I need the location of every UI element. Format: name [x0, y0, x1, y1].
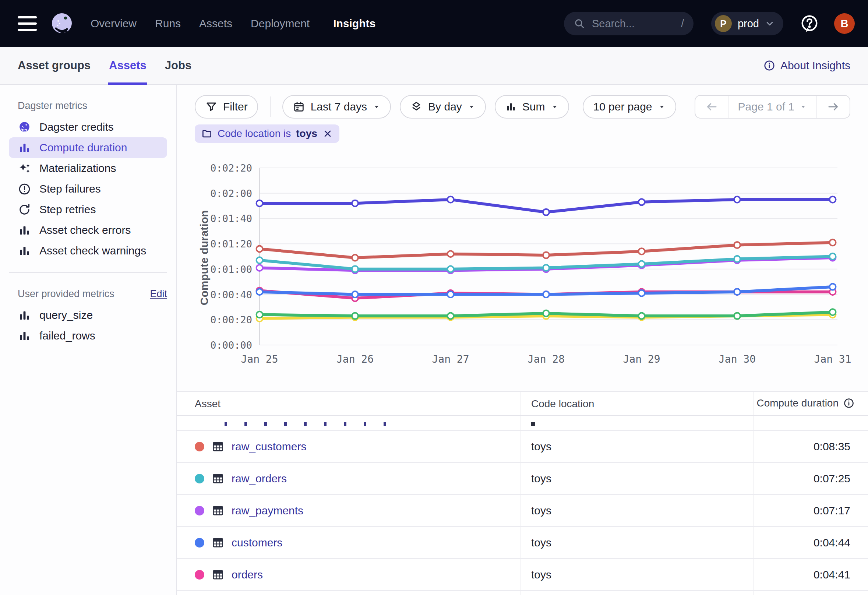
sidebar-item-step-retries[interactable]: Step retries	[9, 199, 167, 220]
asset-cell: raw_orders	[195, 463, 287, 494]
sidebar-section-title: User provided metricsEdit	[18, 288, 167, 300]
page-indicator[interactable]: Page 1 of 1	[728, 96, 816, 118]
filter-button[interactable]: Filter	[195, 95, 258, 118]
layers-icon	[410, 100, 422, 113]
about-insights-label: About Insights	[780, 59, 850, 72]
sidebar-divider	[9, 272, 167, 273]
nav-item-assets[interactable]: Assets	[199, 17, 232, 30]
about-insights-link[interactable]: About Insights	[763, 47, 850, 84]
caret-down-icon	[468, 103, 475, 111]
code-location-cell: toys	[531, 559, 551, 590]
search-input[interactable]: Search... /	[564, 12, 694, 35]
svg-text:0:00:20: 0:00:20	[210, 314, 252, 325]
svg-text:Jan 27: Jan 27	[432, 353, 469, 365]
help-icon[interactable]	[800, 13, 819, 34]
sidebar-item-compute-duration[interactable]: Compute duration	[9, 137, 167, 158]
series-color-dot	[195, 570, 204, 580]
asset-link-orders[interactable]: orders	[232, 568, 263, 581]
info-icon[interactable]	[843, 397, 855, 409]
svg-text:0:00:40: 0:00:40	[210, 289, 252, 300]
deployment-switcher[interactable]: P prod	[711, 12, 783, 35]
table-grid-icon	[212, 505, 224, 517]
table-grid-icon	[212, 536, 224, 549]
calendar-icon	[293, 100, 305, 113]
prev-page-button[interactable]	[695, 96, 728, 118]
compute-duration-cell: 0:04:41	[813, 559, 850, 590]
sparkles-icon	[18, 162, 31, 175]
sidebar-item-asset-check-errors[interactable]: Asset check errors	[9, 220, 167, 241]
nav-item-deployment[interactable]: Deployment	[251, 17, 310, 30]
sidebar-item-label: Materializations	[39, 162, 116, 174]
svg-text:0:01:20: 0:01:20	[210, 238, 252, 250]
code-location-cell: toys	[531, 527, 551, 558]
menu-icon[interactable]	[18, 16, 37, 31]
table-grid-icon	[212, 472, 224, 485]
per-page-value: 10 per page	[593, 100, 652, 113]
tab-jobs[interactable]: Jobs	[165, 47, 192, 84]
compute-duration-cell: 0:07:17	[813, 495, 850, 526]
tab-asset-groups[interactable]: Asset groups	[18, 47, 90, 84]
asset-link-raw-customers[interactable]: raw_customers	[232, 440, 306, 453]
close-icon[interactable]	[322, 128, 333, 139]
folder-icon	[201, 128, 213, 139]
dagster-logo-icon[interactable]	[49, 11, 74, 36]
code-location-filter-chip[interactable]: Code location istoys	[195, 124, 340, 143]
series-color-dot	[195, 538, 204, 548]
sidebar-item-query-size[interactable]: query_size	[9, 305, 167, 325]
compute-duration-cell: 0:07:25	[813, 463, 850, 494]
aggregation-dropdown[interactable]: Sum	[495, 95, 569, 118]
dagster-octopus-icon	[18, 120, 31, 134]
table-grid-icon	[212, 440, 224, 453]
time-range-value: Last 7 days	[311, 100, 367, 113]
chart-toolbar: Filter Last 7 days By day Sum	[195, 95, 569, 118]
group-by-dropdown[interactable]: By day	[400, 95, 486, 118]
time-range-dropdown[interactable]: Last 7 days	[282, 95, 391, 118]
asset-cell: raw_payments	[195, 495, 303, 526]
info-icon	[763, 59, 776, 72]
nav-item-runs[interactable]: Runs	[155, 17, 181, 30]
svg-text:0:01:40: 0:01:40	[210, 213, 252, 224]
edit-metrics-link[interactable]: Edit	[150, 288, 167, 300]
table-header: Asset Code location Compute duration	[177, 392, 868, 416]
search-icon	[574, 18, 585, 30]
bar-chart-icon	[18, 309, 31, 322]
insights-tabbar: Asset groupsAssetsJobs About Insights	[0, 47, 868, 85]
aggregation-value: Sum	[523, 100, 545, 113]
nav-item-overview[interactable]: Overview	[90, 17, 137, 30]
compute-duration-chart: 0:00:000:00:200:00:400:01:000:01:200:01:…	[177, 147, 868, 383]
svg-text:0:02:20: 0:02:20	[210, 162, 252, 174]
svg-text:0:00:00: 0:00:00	[210, 340, 252, 351]
metrics-sidebar: Dagster metricsDagster creditsCompute du…	[0, 85, 177, 595]
user-avatar[interactable]: B	[834, 13, 855, 34]
table-body: raw_customerstoys0:08:35raw_orderstoys0:…	[177, 416, 868, 591]
asset-link-raw-orders[interactable]: raw_orders	[232, 472, 287, 485]
asset-cell: orders	[195, 559, 263, 590]
caret-down-icon	[800, 103, 807, 111]
sidebar-item-dagster-credits[interactable]: Dagster credits	[9, 117, 167, 137]
svg-text:Compute duration: Compute duration	[198, 210, 210, 305]
search-placeholder: Search...	[592, 18, 635, 30]
funnel-icon	[205, 100, 217, 113]
asset-link-raw-payments[interactable]: raw_payments	[232, 505, 303, 517]
sidebar-item-failed-rows[interactable]: failed_rows	[9, 325, 167, 346]
sidebar-item-step-failures[interactable]: Step failures	[9, 179, 167, 199]
series-color-dot	[195, 442, 204, 452]
nav-item-insights[interactable]: Insights	[333, 17, 375, 30]
asset-link-customers[interactable]: customers	[232, 536, 282, 549]
table-grid-icon	[212, 568, 224, 581]
tab-assets[interactable]: Assets	[109, 47, 146, 84]
next-page-button[interactable]	[816, 96, 850, 118]
sidebar-item-asset-check-warnings[interactable]: Asset check warnings	[9, 241, 167, 261]
bar-chart-icon	[18, 141, 31, 155]
sidebar-item-label: Dagster credits	[39, 121, 114, 133]
bar-chart-icon	[18, 244, 31, 258]
chevron-down-icon	[764, 18, 775, 29]
bar-chart-icon	[18, 329, 31, 343]
assets-table: Asset Code location Compute duration raw…	[177, 391, 868, 595]
sidebar-item-materializations[interactable]: Materializations	[9, 158, 167, 179]
svg-text:Jan 28: Jan 28	[527, 353, 565, 365]
svg-text:Jan 25: Jan 25	[241, 353, 278, 365]
column-header-code-location: Code location	[531, 398, 594, 410]
table-row: customerstoys0:04:44	[177, 527, 868, 559]
per-page-dropdown[interactable]: 10 per page	[583, 95, 676, 118]
